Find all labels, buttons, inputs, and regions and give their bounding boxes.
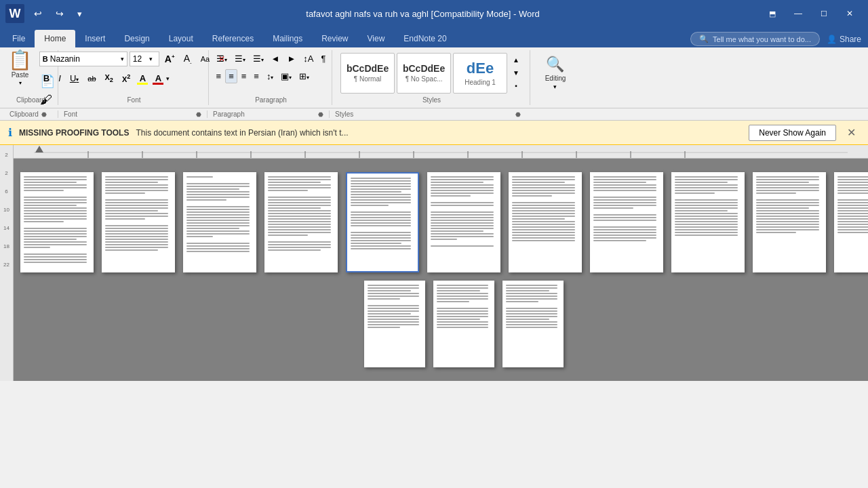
justify-button[interactable]: ≡	[250, 69, 262, 83]
show-hide-button[interactable]: ¶	[317, 52, 329, 66]
undo-button[interactable]: ↩	[30, 5, 46, 22]
editing-button[interactable]: 🔍 Editing ▾	[539, 52, 572, 94]
superscript-button[interactable]: X2	[118, 71, 134, 85]
notification-close-button[interactable]: ✕	[843, 126, 860, 139]
styles-dialog-launcher[interactable]: ⬣	[515, 111, 521, 118]
maximize-button[interactable]: ☐	[811, 3, 837, 24]
page-5-content	[347, 174, 418, 253]
page-6	[427, 172, 500, 272]
tab-home[interactable]: Home	[35, 30, 75, 47]
notification-icon: ℹ	[8, 126, 12, 139]
editing-label: Editing	[545, 75, 566, 82]
sort-button[interactable]: ↕A	[300, 52, 317, 66]
paragraph-row1: ☰▾ ☰▾ ☰▾ ◄ ► ↕A ¶	[213, 52, 330, 66]
font-name-input[interactable]	[48, 54, 106, 64]
font-color-dropdown[interactable]: ▾	[166, 75, 170, 82]
text-highlight-button[interactable]: A	[135, 71, 150, 86]
notification-title: MISSING PROOFING TOOLS	[19, 128, 129, 138]
font-shrink-button[interactable]: A-	[180, 52, 195, 67]
editing-group: 🔍 Editing ▾	[532, 50, 579, 105]
quick-access-customize[interactable]: ▾	[73, 6, 86, 22]
font-grow-button[interactable]: A+	[161, 52, 178, 66]
underline-button[interactable]: U▾	[66, 71, 83, 85]
font-size-dropdown[interactable]: ▾	[149, 56, 153, 62]
page-10-content	[753, 172, 826, 237]
bold-button[interactable]: B	[39, 71, 54, 85]
close-button[interactable]: ✕	[837, 3, 863, 24]
align-right-button[interactable]: ≡	[238, 69, 250, 83]
paste-button[interactable]: 📋 Paste ▾	[5, 52, 36, 85]
tab-design[interactable]: Design	[115, 30, 159, 47]
numbering-button[interactable]: ☰▾	[231, 52, 249, 66]
page-14	[502, 281, 564, 367]
paragraph-dialog-launcher[interactable]: ⬣	[318, 111, 323, 118]
italic-button[interactable]: I	[54, 71, 65, 85]
notification-bar: ℹ MISSING PROOFING TOOLS This document c…	[0, 121, 868, 145]
tab-view[interactable]: View	[358, 30, 395, 47]
align-center-button[interactable]: ≡	[225, 69, 237, 83]
editing-dropdown[interactable]: ▾	[553, 83, 557, 90]
shading-button[interactable]: ▣▾	[277, 69, 295, 83]
style-heading1[interactable]: dEe Heading 1	[453, 53, 507, 94]
svg-rect-0	[34, 146, 848, 158]
font-size-selector[interactable]: ▾	[130, 52, 159, 66]
style-no-spacing[interactable]: bCcDdEe ¶ No Spac...	[397, 53, 451, 94]
restore-down-button[interactable]: ⬒	[760, 3, 785, 24]
paste-label: Paste	[12, 71, 29, 79]
paste-dropdown-arrow[interactable]: ▾	[19, 80, 22, 86]
page-12	[364, 281, 425, 367]
page-7-content	[509, 172, 582, 245]
style-normal-label: ¶ Normal	[354, 75, 381, 83]
align-left-button[interactable]: ≡	[213, 69, 225, 83]
tab-layout[interactable]: Layout	[159, 30, 203, 47]
styles-group-label: Styles ⬣	[330, 110, 526, 118]
tab-review[interactable]: Review	[312, 30, 357, 47]
tab-insert[interactable]: Insert	[75, 30, 115, 47]
strikethrough-button[interactable]: ab	[83, 73, 100, 85]
style-normal-preview: bCcDdEe	[347, 63, 389, 74]
styles-label: Styles	[422, 96, 441, 104]
paragraph-group-label: Paragraph ⬣	[208, 110, 330, 118]
styles-group: bCcDdEe ¶ Normal bCcDdEe ¶ No Spac... dE…	[334, 50, 530, 105]
redo-button[interactable]: ↪	[52, 5, 68, 22]
decrease-indent-button[interactable]: ◄	[268, 52, 283, 66]
tab-file[interactable]: File	[3, 30, 35, 47]
pages-row-1	[20, 172, 868, 272]
page-9	[671, 172, 745, 272]
page-13-content	[433, 281, 494, 332]
styles-scroll-up[interactable]: ▲	[511, 54, 521, 66]
tab-mailings[interactable]: Mailings	[263, 30, 312, 47]
line-spacing-button[interactable]: ↕▾	[263, 69, 277, 83]
bullets-button[interactable]: ☰▾	[213, 52, 231, 66]
styles-scroll-down[interactable]: ▼	[511, 67, 521, 79]
main-content: 14 10 6 2	[14, 145, 868, 381]
font-format-row: B I U▾ ab X2 X2 A A ▾	[39, 71, 170, 86]
tab-endnote[interactable]: EndNote 20	[394, 30, 456, 47]
subscript-button[interactable]: X2	[101, 71, 117, 85]
ribbon-tabs: File Home Insert Design Layout Reference…	[0, 27, 868, 47]
page-11-content	[834, 172, 868, 237]
font-name-dropdown[interactable]: ▾	[121, 56, 124, 62]
increase-indent-button[interactable]: ►	[283, 52, 299, 66]
styles-more[interactable]: ▪	[511, 80, 521, 92]
ruler-marks	[27, 145, 848, 158]
borders-button[interactable]: ⊞▾	[296, 69, 313, 83]
font-size-input[interactable]	[133, 54, 149, 64]
font-dialog-launcher[interactable]: ⬣	[196, 111, 201, 118]
ruler-svg	[34, 146, 848, 158]
share-button[interactable]: 👤 Share	[820, 33, 868, 46]
tell-me-input[interactable]: 🔍 Tell me what you want to do...	[690, 32, 820, 46]
style-heading1-preview: dEe	[467, 60, 494, 77]
page-13	[433, 281, 494, 367]
tab-references[interactable]: References	[203, 30, 263, 47]
ribbon-content: 📋 Paste ▾ ✂ 📄 🖌 Clipboard B ▾	[0, 47, 868, 108]
font-color-button[interactable]: A	[151, 71, 165, 86]
multilevel-button[interactable]: ☰▾	[250, 52, 267, 66]
style-normal[interactable]: bCcDdEe ¶ Normal	[340, 53, 395, 94]
notification-text: This document contains text in Persian (…	[136, 128, 742, 138]
font-name-selector[interactable]: B ▾	[39, 52, 127, 66]
never-show-again-button[interactable]: Never Show Again	[749, 125, 836, 141]
minimize-button[interactable]: —	[785, 3, 811, 24]
paragraph-group: ☰▾ ☰▾ ☰▾ ◄ ► ↕A ¶ ≡ ≡ ≡ ≡ ↕▾ ▣▾ ⊞▾ Parag…	[210, 50, 332, 105]
document-area[interactable]	[14, 159, 868, 381]
